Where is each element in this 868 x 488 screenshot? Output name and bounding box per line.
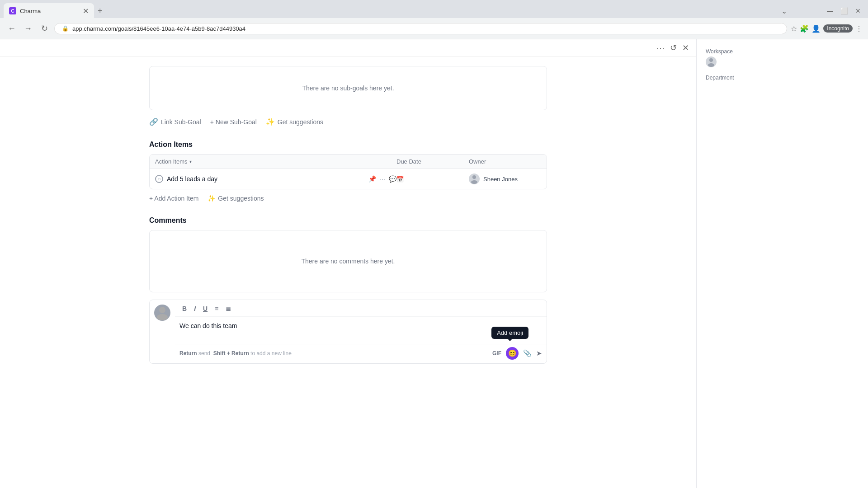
svg-point-1 (471, 180, 477, 184)
extensions-icon[interactable]: 🧩 (800, 24, 809, 33)
action-suggestions-label: Get suggestions (218, 195, 264, 202)
svg-point-5 (708, 63, 714, 67)
page-content: ⋯ ↺ ✕ There are no sub-goals here yet. 🔗… (0, 39, 868, 488)
send-button[interactable]: ➤ (536, 349, 542, 357)
browser-tab[interactable]: C Charma ✕ (4, 3, 94, 19)
gif-button[interactable]: GIF (492, 350, 501, 357)
col-due-date: Due Date (396, 158, 469, 165)
emoji-tooltip: Add emoji (491, 327, 528, 339)
task-cell: ○ Add 5 leads a day 📌 ··· 💬 (155, 175, 396, 183)
add-action-row: + Add Action Item ✨ Get suggestions (149, 195, 547, 202)
window-close-button[interactable]: ✕ (855, 7, 861, 14)
comment-icon[interactable]: 💬 (389, 175, 396, 183)
comments-title: Comments (149, 216, 547, 225)
close-panel-button[interactable]: ✕ (682, 43, 689, 53)
comments-section: Comments There are no comments here yet.… (149, 216, 547, 364)
comments-empty-state: There are no comments here yet. (149, 230, 547, 292)
sub-goals-empty-state: There are no sub-goals here yet. (149, 66, 547, 110)
sub-goals-empty-text: There are no sub-goals here yet. (302, 84, 394, 92)
tab-favicon: C (9, 7, 16, 14)
department-field: Department (706, 75, 859, 81)
tab-bar: C Charma ✕ + ⌄ — ⬜ ✕ (0, 0, 868, 18)
sort-chevron-icon: ▾ (189, 159, 192, 164)
more-icon[interactable]: ··· (380, 175, 385, 183)
workspace-avatar (706, 56, 717, 67)
add-action-item-button[interactable]: + Add Action Item (149, 195, 198, 202)
link-sub-goal-button[interactable]: 🔗 Link Sub-Goal (149, 117, 201, 126)
new-sub-goal-label: + New Sub-Goal (210, 118, 257, 126)
more-options-button[interactable]: ⋯ (656, 43, 665, 53)
hint-send: send (198, 350, 210, 357)
sub-goal-actions: 🔗 Link Sub-Goal + New Sub-Goal ✨ Get sug… (149, 117, 547, 126)
hint-new-line: to add a new line (250, 350, 292, 357)
more-menu-icon[interactable]: ⋮ (855, 24, 863, 33)
get-suggestions-label: Get suggestions (278, 118, 323, 126)
link-sub-goal-label: Link Sub-Goal (161, 118, 201, 126)
toolbar-actions: ☆ 🧩 👤 Incognito ⋮ (791, 24, 863, 33)
owner-avatar (469, 174, 480, 184)
right-panel: Workspace Department (696, 39, 868, 488)
owner-name: Sheen Jones (483, 176, 518, 183)
profile-icon[interactable]: 👤 (811, 24, 821, 33)
action-item-suggestions-button[interactable]: ✨ Get suggestions (208, 195, 264, 202)
owner-cell: Sheen Jones (469, 174, 541, 184)
incognito-badge: Incognito (823, 24, 853, 33)
italic-button[interactable]: I (191, 304, 198, 314)
new-tab-button[interactable]: + (94, 5, 106, 18)
bullet-list-button[interactable]: ≡ (212, 304, 221, 314)
calendar-icon: 📅 (396, 176, 404, 183)
maximize-button[interactable]: ⬜ (840, 7, 848, 14)
action-items-table: Action Items ▾ Due Date Owner ○ Add 5 le… (149, 154, 547, 189)
sub-goal-suggestions-button[interactable]: ✨ Get suggestions (266, 117, 323, 126)
table-header: Action Items ▾ Due Date Owner (150, 155, 547, 169)
pin-icon[interactable]: 📌 (368, 175, 376, 183)
add-action-item-label: + Add Action Item (149, 195, 198, 202)
date-cell[interactable]: 📅 (396, 176, 469, 183)
department-label: Department (706, 75, 859, 81)
browser-toolbar: ← → ↻ 🔒 app.charma.com/goals/81645ee6-10… (0, 18, 868, 39)
forward-button[interactable]: → (22, 22, 34, 35)
composer-footer: Return send Shift + Return to add a new … (175, 344, 547, 363)
underline-button[interactable]: U (200, 304, 210, 314)
reload-button[interactable]: ↻ (38, 22, 51, 35)
composer-avatar (154, 305, 170, 321)
comments-empty-text: There are no comments here yet. (302, 258, 395, 265)
main-body: There are no sub-goals here yet. 🔗 Link … (136, 57, 561, 382)
workspace-avatar-row (706, 56, 859, 67)
composer-actions: GIF 😊 📎 ➤ (492, 347, 542, 360)
panel-top-bar: ⋯ ↺ ✕ (0, 39, 696, 57)
workspace-value (706, 56, 859, 67)
emoji-button[interactable]: 😊 (506, 347, 519, 360)
address-bar[interactable]: 🔒 app.charma.com/goals/81645ee6-10aa-4e7… (54, 23, 787, 34)
svg-point-3 (157, 314, 168, 320)
tab-title: Charma (20, 8, 41, 14)
formatting-toolbar: B I U ≡ ≣ (175, 300, 547, 317)
hint-return: Return (179, 350, 197, 357)
tab-overflow-button[interactable]: ⌄ (781, 7, 787, 15)
main-panel: ⋯ ↺ ✕ There are no sub-goals here yet. 🔗… (0, 39, 696, 488)
col-owner: Owner (469, 158, 541, 165)
svg-point-4 (709, 58, 713, 62)
new-sub-goal-button[interactable]: + New Sub-Goal (210, 117, 257, 126)
svg-point-0 (472, 175, 476, 179)
tab-close-button[interactable]: ✕ (83, 7, 89, 15)
composer-typed-text: We can do this team (179, 322, 237, 329)
composer-hint: Return send Shift + Return to add a new … (179, 350, 292, 357)
lock-icon: 🔒 (62, 25, 69, 32)
col-action-items[interactable]: Action Items ▾ (155, 158, 396, 165)
attachment-button[interactable]: 📎 (523, 349, 532, 357)
bold-button[interactable]: B (179, 304, 189, 314)
bookmark-icon[interactable]: ☆ (791, 24, 797, 33)
history-button[interactable]: ↺ (670, 43, 677, 53)
composer-text-area[interactable]: We can do this team (175, 317, 547, 344)
task-checkbox[interactable]: ○ (155, 175, 163, 183)
hint-shift-return: Shift + Return (213, 350, 249, 357)
task-name: Add 5 leads a day (167, 175, 217, 183)
sparkle-icon-2: ✨ (208, 195, 215, 202)
minimize-button[interactable]: — (827, 7, 833, 14)
numbered-list-button[interactable]: ≣ (223, 304, 234, 314)
browser-chrome: C Charma ✕ + ⌄ — ⬜ ✕ ← → ↻ 🔒 app.charma.… (0, 0, 868, 39)
workspace-field: Workspace (706, 48, 859, 67)
back-button[interactable]: ← (5, 22, 18, 35)
sparkle-icon: ✨ (266, 117, 275, 126)
